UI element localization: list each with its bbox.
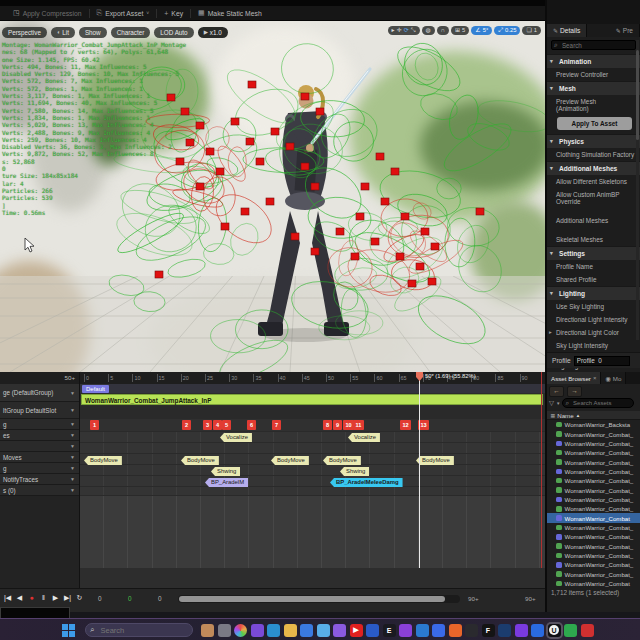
section-header-physics[interactable]: Physics [547, 134, 640, 148]
asset-list-item[interactable]: WomanWarrior_Combat_ [547, 448, 640, 457]
taskbar-icon-loop[interactable] [333, 624, 346, 637]
tab-asset-browser[interactable]: Asset Browser × [547, 372, 601, 384]
key-button[interactable]: +Key [157, 6, 190, 20]
taskbar-icon-red-app[interactable] [581, 624, 594, 637]
notify-chip[interactable]: BodyMove [416, 456, 454, 465]
detail-row[interactable]: Preview Mesh (Animation) [547, 95, 640, 115]
notify-marker-8[interactable]: 8 [323, 420, 332, 430]
detail-row[interactable]: Additional Meshes [547, 214, 640, 227]
asset-list-item[interactable]: WomanWarrior_Combat_ [547, 541, 640, 550]
collision-handle[interactable] [271, 128, 279, 135]
notify-chip[interactable]: BodyMove [84, 456, 122, 465]
taskbar-icon-f-app[interactable]: F [482, 624, 495, 637]
asset-list-item[interactable]: WomanWarrior_Combat_ [547, 523, 640, 532]
chevron-down-icon[interactable]: ▼ [70, 465, 75, 471]
asset-list-item[interactable]: WomanWarrior_Backsta [547, 420, 640, 429]
section-header-additional-meshes[interactable]: Additional Meshes [547, 161, 640, 175]
montage-section-default[interactable]: Default [82, 385, 109, 393]
chevron-down-icon[interactable]: ▼ [70, 390, 75, 396]
notify-chip[interactable]: Shwing [340, 467, 369, 476]
detail-row[interactable]: Allow Different Skeletons [547, 175, 640, 188]
collision-handle[interactable] [291, 233, 299, 240]
apply-compression-button[interactable]: ◳Apply Compression [6, 6, 89, 20]
taskbar-icon-youtube[interactable]: ▶ [350, 624, 363, 637]
chevron-down-icon[interactable]: ▼ [556, 401, 560, 406]
scale-snap-control[interactable]: ⤢0.25 [494, 26, 520, 35]
move-icon[interactable]: ✛ [397, 26, 402, 35]
collision-handle[interactable] [186, 139, 194, 146]
detail-row[interactable]: Skeletal Meshes [547, 233, 640, 246]
asset-list-item[interactable]: WomanWarrior_Combat_ [547, 476, 640, 485]
details-scrollbar[interactable] [636, 40, 639, 340]
history-forward-button[interactable]: → [567, 386, 582, 397]
loop-button[interactable]: ↻ [74, 592, 85, 604]
collision-handle[interactable] [381, 198, 389, 205]
taskbar-icon-alt-app[interactable] [515, 624, 528, 637]
taskbar-icon-photos[interactable] [234, 624, 247, 637]
step-back-button[interactable]: ◀ [14, 592, 25, 604]
taskbar-icon-clipchamp[interactable] [251, 624, 264, 637]
details-search[interactable]: ⌕ [551, 40, 636, 50]
collision-handle[interactable] [361, 183, 369, 190]
asset-list-item[interactable]: WomanWarrior_Combat_ [547, 532, 640, 541]
surface-snap-control[interactable]: ∩ [437, 26, 449, 35]
viewport-character-button[interactable]: Character [111, 27, 151, 38]
notify-chip[interactable]: Shwing [211, 467, 240, 476]
taskbar-icon-recorder[interactable] [465, 624, 478, 637]
collision-handle[interactable] [246, 138, 254, 145]
notify-marker-3[interactable]: 3 [203, 420, 212, 430]
taskbar-icon-mail[interactable] [317, 624, 330, 637]
viewport-lit-button[interactable]: ◐Lit [51, 27, 75, 38]
section-header-lighting[interactable]: Lighting [547, 286, 640, 300]
collision-handle[interactable] [266, 198, 274, 205]
asset-list-item[interactable]: WomanWarrior_Combat [547, 579, 640, 588]
viewport-playback-speed-button[interactable]: ▶x1.0 [198, 27, 228, 38]
skip-start-button[interactable]: |◀ [2, 592, 13, 604]
detail-row[interactable]: Profile Name [547, 260, 640, 273]
notify-chip[interactable]: BodyMove [271, 456, 309, 465]
section-header-animation[interactable]: Animation [547, 54, 640, 68]
notify-marker-2[interactable]: 2 [182, 420, 191, 430]
asset-list-item[interactable]: WomanWarrior_Combat_ [547, 439, 640, 448]
track-row[interactable]: g▼ [0, 463, 79, 474]
history-back-button[interactable]: ← [549, 386, 564, 397]
asset-list-item[interactable]: WomanWarrior_Combat [547, 513, 640, 522]
collision-handle[interactable] [421, 228, 429, 235]
asset-list-item[interactable]: WomanWarrior_Combat_ [547, 485, 640, 494]
track-row[interactable]: Moves▼ [0, 452, 79, 463]
collision-handle[interactable] [301, 93, 309, 100]
timeline-scrollbar[interactable] [178, 595, 460, 603]
notify-marker-6[interactable]: 6 [247, 420, 256, 430]
detail-row[interactable]: Shared Profile [547, 273, 640, 286]
section-header-settings[interactable]: Settings [547, 246, 640, 260]
collision-handle[interactable] [231, 118, 239, 125]
taskbar-icon-task-view[interactable] [218, 624, 231, 637]
collision-handle[interactable] [476, 208, 484, 215]
notify-chip[interactable]: BP_AradelM [205, 478, 248, 487]
tab-montage[interactable]: ◉ Mo [601, 372, 626, 384]
chevron-down-icon[interactable]: ▼ [70, 407, 75, 413]
montage-slot-segment[interactable]: WomanWarrior_Combat_JumpAttack_InP [81, 394, 543, 405]
asset-list-item[interactable]: WomanWarrior_Combat_ [547, 457, 640, 466]
taskbar-search[interactable]: ⌕ [85, 623, 193, 637]
camera-speed-control[interactable]: ❏1 [522, 26, 541, 35]
viewport-show-button[interactable]: Show [79, 27, 107, 38]
detail-row[interactable]: Allow Custom AnimBP Override [547, 188, 640, 208]
taskbar-search-input[interactable] [98, 625, 172, 636]
detail-row[interactable]: Preview Controller [547, 68, 640, 81]
profile-input[interactable] [574, 356, 630, 366]
taskbar-icon-word[interactable] [366, 624, 379, 637]
chevron-down-icon[interactable]: ▼ [70, 421, 75, 427]
apply-to-asset-button[interactable]: Apply To Asset [557, 117, 632, 130]
scale-icon[interactable]: ⤡ [411, 26, 416, 35]
notify-marker-1[interactable]: 1 [90, 420, 99, 430]
asset-list-item[interactable]: WomanWarrior_Combat_ [547, 551, 640, 560]
viewport-lod-button[interactable]: LOD Auto [154, 27, 193, 38]
asset-search[interactable]: ⌕ [562, 398, 634, 408]
track-row[interactable]: ▼ [0, 441, 79, 452]
section-header-mesh[interactable]: Mesh [547, 81, 640, 95]
notify-chip[interactable]: BP_AradelMeleeDamg [330, 478, 403, 487]
detail-row[interactable]: Directional Light Intensity [547, 313, 640, 326]
collision-handle[interactable] [241, 208, 249, 215]
collision-handle[interactable] [351, 253, 359, 260]
